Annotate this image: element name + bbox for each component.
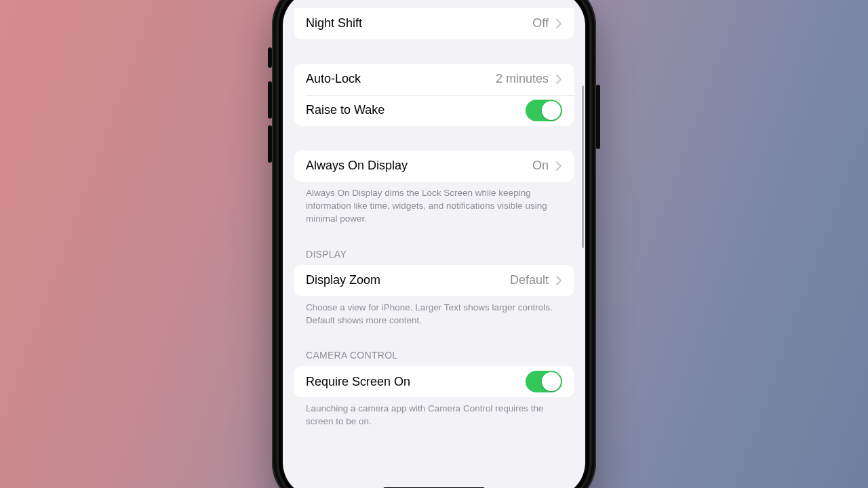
brightness-group: Night Shift Off bbox=[294, 8, 574, 39]
display-zoom-label: Display Zoom bbox=[306, 273, 510, 288]
phone-frame: Night Shift Off Auto-Lock 2 minutes bbox=[272, 0, 596, 488]
auto-lock-row[interactable]: Auto-Lock 2 minutes bbox=[294, 64, 574, 95]
raise-to-wake-label: Raise to Wake bbox=[306, 103, 526, 118]
chevron-right-icon bbox=[555, 18, 562, 29]
require-screen-on-label: Require Screen On bbox=[306, 375, 526, 390]
always-on-display-footer: Always On Display dims the Lock Screen w… bbox=[294, 182, 574, 226]
night-shift-row[interactable]: Night Shift Off bbox=[294, 8, 574, 39]
display-group: Display Zoom Default bbox=[294, 265, 574, 296]
chevron-right-icon bbox=[555, 161, 562, 171]
always-on-display-value: On bbox=[532, 159, 549, 174]
lock-group: Auto-Lock 2 minutes Raise to Wake bbox=[294, 64, 574, 126]
auto-lock-value: 2 minutes bbox=[496, 72, 549, 87]
screen: Night Shift Off Auto-Lock 2 minutes bbox=[283, 0, 585, 488]
auto-lock-label: Auto-Lock bbox=[306, 72, 496, 87]
mute-switch bbox=[268, 47, 272, 68]
volume-down-button bbox=[268, 125, 272, 163]
raise-to-wake-row: Raise to Wake bbox=[294, 95, 574, 126]
require-screen-on-footer: Launching a camera app with Camera Contr… bbox=[294, 397, 574, 428]
volume-up-button bbox=[268, 81, 272, 119]
display-zoom-footer: Choose a view for iPhone. Larger Text sh… bbox=[294, 296, 574, 327]
scroll-indicator bbox=[582, 85, 584, 248]
always-on-display-label: Always On Display bbox=[306, 159, 532, 174]
side-button bbox=[596, 85, 600, 149]
camera-control-section-header: CAMERA CONTROL bbox=[294, 350, 574, 366]
chevron-right-icon bbox=[555, 74, 562, 85]
camera-control-group: Require Screen On bbox=[294, 366, 574, 397]
display-zoom-row[interactable]: Display Zoom Default bbox=[294, 265, 574, 296]
chevron-right-icon bbox=[555, 275, 562, 286]
always-on-display-row[interactable]: Always On Display On bbox=[294, 150, 574, 182]
night-shift-value: Off bbox=[532, 16, 549, 31]
require-screen-on-toggle[interactable] bbox=[526, 371, 562, 392]
night-shift-label: Night Shift bbox=[306, 16, 532, 31]
aod-group: Always On Display On bbox=[294, 150, 574, 182]
display-zoom-value: Default bbox=[510, 273, 549, 288]
raise-to-wake-toggle[interactable] bbox=[526, 100, 562, 121]
settings-scroll[interactable]: Night Shift Off Auto-Lock 2 minutes bbox=[283, 0, 585, 488]
require-screen-on-row: Require Screen On bbox=[294, 366, 574, 397]
display-section-header: DISPLAY bbox=[294, 249, 574, 265]
